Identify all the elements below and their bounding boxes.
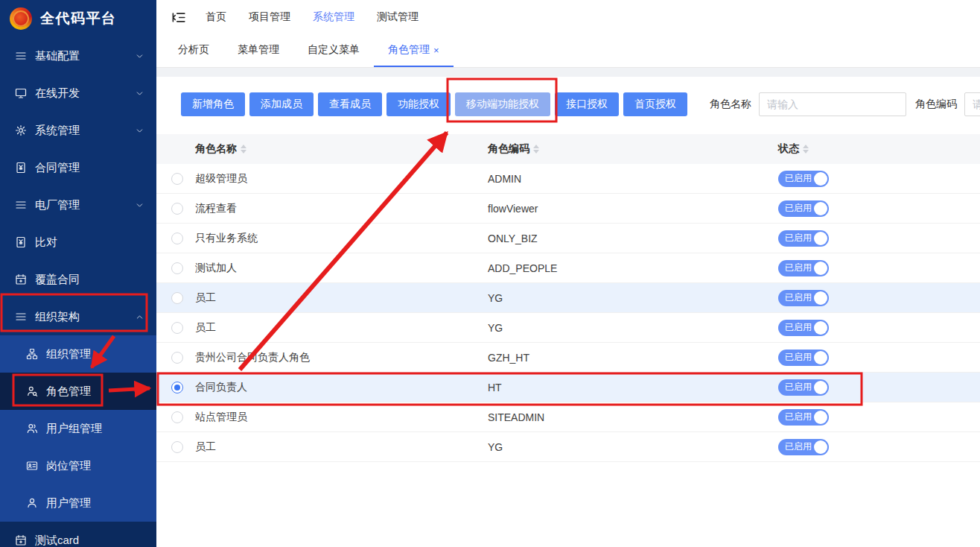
sidebar: 全代码平台 基础配置在线开发系统管理合同管理电厂管理比对覆盖合同组织架构组织管理… (0, 0, 156, 547)
add-role-button[interactable]: 新增角色 (181, 92, 245, 116)
sidebar-item-contract-mgmt[interactable]: 合同管理 (0, 149, 156, 186)
topnav-item-home[interactable]: 首页 (194, 10, 238, 24)
sidebar-item-base-config[interactable]: 基础配置 (0, 37, 156, 75)
sidebar-item-org-structure[interactable]: 组织架构 (0, 298, 156, 335)
column-header: 角色名称 (195, 142, 488, 156)
status-toggle[interactable]: 已启用 (778, 409, 829, 426)
sidebar-item-org-mgmt[interactable]: 组织管理 (0, 335, 156, 373)
status-toggle[interactable]: 已启用 (778, 379, 829, 396)
row-radio[interactable] (171, 352, 183, 364)
row-radio[interactable] (171, 411, 183, 423)
status-toggle[interactable]: 已启用 (778, 350, 829, 366)
sidebar-item-test-card[interactable]: 测试card (0, 522, 156, 547)
sidebar-item-cover-contract[interactable]: 覆盖合同 (0, 261, 156, 298)
role-status-cell: 已启用 (778, 171, 980, 187)
role-name-cell: 流程查看 (195, 202, 488, 215)
role-name-input[interactable] (759, 92, 906, 116)
sidebar-item-label: 在线开发 (35, 86, 135, 101)
sidebar-item-post-mgmt[interactable]: 岗位管理 (0, 447, 156, 484)
row-radio[interactable] (171, 292, 183, 304)
collapse-sidebar-icon[interactable] (171, 10, 185, 25)
topnav-item-project-mgmt[interactable]: 项目管理 (238, 10, 302, 24)
sidebar-item-compare[interactable]: 比对 (0, 224, 156, 261)
table-row[interactable]: 测试加人ADD_PEOPLE已启用 (156, 253, 980, 283)
role-code-cell: GZH_HT (488, 352, 778, 364)
table-row[interactable]: 合同负责人HT已启用 (156, 373, 980, 402)
sidebar-item-label: 系统管理 (35, 124, 135, 138)
view-member-button[interactable]: 查看成员 (318, 92, 382, 116)
tabbar: 分析页菜单管理自定义菜单角色管理× (156, 34, 980, 68)
role-name-cell: 员工 (195, 291, 488, 305)
sidebar-item-label: 电厂管理 (35, 198, 135, 212)
content-gap (156, 68, 980, 77)
status-toggle[interactable]: 已启用 (778, 200, 829, 217)
table-row[interactable]: 站点管理员SITEADMIN已启用 (156, 402, 980, 432)
role-code-label: 角色编码 (915, 98, 957, 111)
sort-carets-icon[interactable] (803, 145, 809, 154)
status-toggle-label: 已启用 (785, 381, 812, 393)
sort-carets-icon[interactable] (533, 145, 539, 154)
status-toggle[interactable]: 已启用 (778, 260, 829, 276)
row-radio[interactable] (171, 173, 183, 185)
role-name-cell: 测试加人 (195, 262, 488, 275)
status-toggle[interactable]: 已启用 (778, 439, 829, 455)
status-toggle[interactable]: 已启用 (778, 320, 829, 336)
status-toggle-label: 已启用 (785, 232, 812, 244)
column-header-label: 角色名称 (195, 142, 237, 156)
row-radio[interactable] (171, 382, 183, 393)
row-radio[interactable] (171, 441, 183, 453)
role-code-cell: flowViewer (488, 203, 778, 215)
sidebar-item-user-group-mgmt[interactable]: 用户组管理 (0, 410, 156, 447)
tab-custom-menu[interactable]: 自定义菜单 (293, 34, 374, 67)
role-code-cell: SITEADMIN (488, 411, 778, 423)
role-status-cell: 已启用 (778, 409, 980, 426)
status-toggle-label: 已启用 (785, 262, 812, 274)
table-row[interactable]: 员工YG已启用 (156, 313, 980, 343)
sidebar-item-user-mgmt[interactable]: 用户管理 (0, 484, 156, 522)
tab-menu-mgmt[interactable]: 菜单管理 (223, 34, 293, 67)
add-member-button[interactable]: 添加成员 (249, 92, 314, 116)
role-code-input[interactable] (964, 92, 980, 116)
table-row[interactable]: 员工YG已启用 (156, 432, 980, 462)
sidebar-item-online-dev[interactable]: 在线开发 (0, 75, 156, 112)
table-row[interactable]: 只有业务系统ONLY_BIZ已启用 (156, 224, 980, 253)
tab-label: 角色管理 (388, 43, 430, 57)
chevron-down-icon (135, 51, 144, 61)
table-row[interactable]: 贵州公司合同负责人角色GZH_HT已启用 (156, 343, 980, 373)
status-toggle[interactable]: 已启用 (778, 230, 829, 247)
close-icon[interactable]: × (433, 45, 439, 55)
api-auth-button[interactable]: 接口授权 (555, 92, 619, 116)
toolbar-buttons: 新增角色添加成员查看成员功能授权移动端功能授权接口授权首页授权 (181, 92, 692, 116)
table-row[interactable]: 员工YG已启用 (156, 283, 980, 313)
topnav-item-system-mgmt[interactable]: 系统管理 (302, 10, 366, 24)
main-column: 首页项目管理系统管理测试管理 分析页菜单管理自定义菜单角色管理× 新增角色添加成… (156, 0, 980, 547)
row-radio[interactable] (171, 203, 183, 215)
status-toggle[interactable]: 已启用 (778, 171, 829, 187)
topnav-item-test-mgmt[interactable]: 测试管理 (366, 10, 430, 24)
sort-carets-icon[interactable] (241, 145, 246, 154)
app-title: 全代码平台 (40, 9, 117, 28)
tab-role-mgmt[interactable]: 角色管理× (374, 34, 454, 67)
mobile-func-auth-button[interactable]: 移动端功能授权 (455, 92, 550, 116)
topnav: 首页项目管理系统管理测试管理 (156, 0, 980, 34)
sidebar-item-label: 岗位管理 (46, 459, 144, 473)
home-auth-button[interactable]: 首页授权 (623, 92, 687, 116)
sidebar-item-power-plant-mgmt[interactable]: 电厂管理 (0, 186, 156, 224)
table-row[interactable]: 流程查看flowViewer已启用 (156, 194, 980, 224)
role-name-label: 角色名称 (710, 98, 751, 111)
row-radio[interactable] (171, 262, 183, 274)
role-status-cell: 已启用 (778, 200, 980, 217)
sidebar-item-label: 组织架构 (35, 310, 135, 324)
sidebar-item-system-mgmt[interactable]: 系统管理 (0, 112, 156, 149)
tab-analysis[interactable]: 分析页 (164, 34, 223, 67)
row-radio[interactable] (171, 322, 183, 334)
table-row[interactable]: 超级管理员ADMIN已启用 (156, 164, 980, 194)
status-toggle[interactable]: 已启用 (778, 290, 829, 306)
sidebar-item-role-mgmt[interactable]: 角色管理 (0, 373, 156, 410)
tab-label: 分析页 (178, 43, 209, 57)
func-auth-button[interactable]: 功能授权 (386, 92, 451, 116)
row-radio[interactable] (171, 233, 183, 244)
sidebar-item-label: 用户管理 (46, 496, 144, 510)
role-status-cell: 已启用 (778, 260, 980, 276)
role-name-cell: 只有业务系统 (195, 232, 488, 245)
